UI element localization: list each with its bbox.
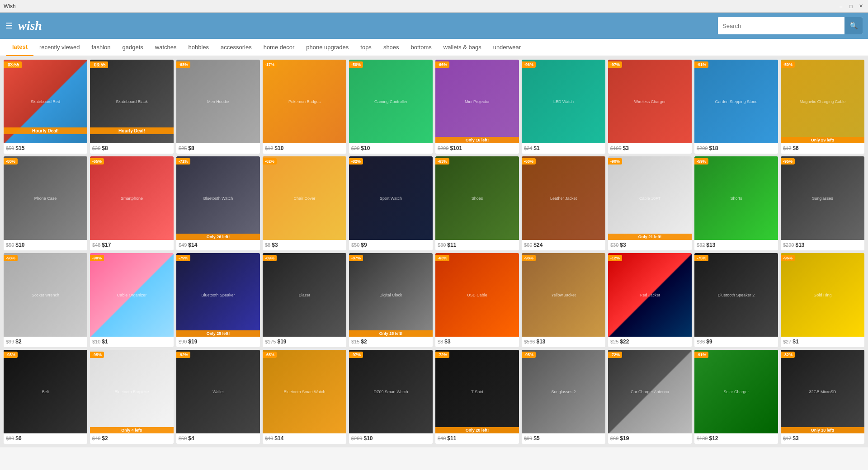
product-price: $40$14 (265, 435, 344, 442)
product-card[interactable]: Cable Organizer-90%$10$1 (90, 253, 174, 347)
sale-price: $8 (102, 145, 108, 151)
sale-price: $1 (102, 338, 108, 345)
product-card[interactable]: Socket Wrench-98%$99$2 (4, 253, 87, 347)
product-price: $8$3 (438, 338, 517, 345)
nav-item-tops[interactable]: tops (354, 39, 377, 56)
product-card[interactable]: Bluetooth Earpiece-95%Only 4 left!$40$2 (90, 350, 174, 444)
nav-item-home-decor[interactable]: home decor (258, 39, 301, 56)
discount-badge: -95% (781, 158, 795, 164)
original-price: $40 (92, 436, 100, 441)
product-card[interactable]: Pokemon Badges-17%$12$10 (263, 60, 346, 154)
product-card[interactable]: Bluetooth Speaker 2-75%$36$9 (694, 253, 778, 347)
product-card[interactable]: Bluetooth Watch-71%Only 26 left!$49$14 (176, 156, 260, 250)
hourly-deal-label: Hourly Deal! (4, 127, 87, 134)
nav-item-recently-viewed[interactable]: recently viewed (33, 39, 86, 56)
search-button[interactable]: 🔍 (844, 17, 863, 34)
product-card[interactable]: Digital Clock-87%Only 25 left!$15$2 (349, 253, 433, 347)
product-card[interactable]: Solar Charger-91%$139$12 (694, 350, 778, 444)
restore-button[interactable]: □ (847, 3, 854, 10)
product-card[interactable]: Phone Case-80%$50$10 (4, 156, 87, 250)
timer-badge: 03:55 (92, 61, 108, 68)
product-info: $24$1 (522, 143, 605, 154)
product-card[interactable]: Magnetic Charging Cable-50%Only 29 left!… (781, 60, 864, 154)
product-info: $99$5 (522, 433, 605, 444)
sale-price: $14 (188, 242, 197, 248)
product-card[interactable]: Yellow Jacket-98%$566$13 (522, 253, 605, 347)
discount-badge: -93% (4, 352, 18, 358)
discount-badge: -68% (176, 61, 190, 68)
product-info: $10$1 (90, 337, 174, 347)
product-card[interactable]: USB Cable-63%$8$3 (435, 253, 519, 347)
product-card[interactable]: Wallet-92%$50$4 (176, 350, 260, 444)
limited-stock-badge: Only 4 left! (90, 427, 174, 433)
product-card[interactable]: Car Charger Antenna-72%$69$19 (608, 350, 692, 444)
product-price: $566$13 (524, 338, 603, 345)
product-price: $12$10 (265, 145, 344, 151)
product-card[interactable]: Skateboard Black-73%03:55Hourly Deal!$30… (90, 60, 174, 154)
product-card[interactable]: Blazer-89%$175$19 (263, 253, 346, 347)
nav-item-fashion[interactable]: fashion (86, 39, 117, 56)
product-info: $32$13 (694, 240, 778, 250)
product-price: $50$9 (351, 242, 430, 248)
original-price: $10 (92, 339, 100, 344)
original-price: $17 (783, 436, 791, 441)
product-card[interactable]: Sunglasses 2-95%$99$5 (522, 350, 605, 444)
product-card[interactable]: Sport Watch-82%$50$9 (349, 156, 433, 250)
minimize-button[interactable]: – (837, 3, 844, 10)
product-card[interactable]: DZ09 Smart Watch-97%$299$10 (349, 350, 433, 444)
nav-item-wallets-bags[interactable]: wallets & bags (438, 39, 487, 56)
limited-stock-badge: Only 21 left! (608, 234, 692, 240)
limited-stock-badge: Only 18 left! (781, 427, 864, 433)
product-card[interactable]: Red Jacket-12%$25$22 (608, 253, 692, 347)
product-card[interactable]: Skateboard Red-75%03:55Hourly Deal!$59$1… (4, 60, 87, 154)
product-card[interactable]: Men Hoodie-68%$25$8 (176, 60, 260, 154)
logo[interactable]: wish (18, 19, 42, 33)
product-card[interactable]: T-Shirt-72%Only 20 left!$40$11 (435, 350, 519, 444)
product-card[interactable]: Leather Jacket-60%$60$24 (522, 156, 605, 250)
nav-item-accessories[interactable]: accessories (215, 39, 258, 56)
original-price: $8 (438, 339, 443, 344)
nav-item-underwear[interactable]: underwear (487, 39, 527, 56)
nav-item-shoes[interactable]: shoes (377, 39, 405, 56)
product-card[interactable]: 32GB MicroSD-82%Only 18 left!$17$3 (781, 350, 864, 444)
nav-item-watches[interactable]: watches (149, 39, 183, 56)
titlebar-controls: – □ ✕ (837, 3, 864, 10)
product-card[interactable]: Chair Cover-62%$8$3 (263, 156, 346, 250)
sale-price: $11 (447, 435, 456, 442)
product-price: $99$5 (524, 435, 603, 442)
product-card[interactable]: Gold Ring-96%$27$1 (781, 253, 864, 347)
product-info: $40$14 (263, 433, 346, 444)
nav-item-phone-upgrades[interactable]: phone upgrades (300, 39, 354, 56)
product-card[interactable]: Garden Stepping Stone-91%$200$18 (694, 60, 778, 154)
product-price: $30$8 (92, 145, 171, 151)
product-card[interactable]: Smartphone-65%$48$17 (90, 156, 174, 250)
product-card[interactable]: Bluetooth Speaker-79%Only 25 left!$90$19 (176, 253, 260, 347)
discount-badge: -72% (608, 352, 622, 358)
menu-icon[interactable]: ☰ (5, 21, 13, 31)
discount-badge: -91% (694, 352, 708, 358)
product-card[interactable]: Gaming Controller-50%$20$10 (349, 60, 433, 154)
product-card[interactable]: Shorts-59%$32$13 (694, 156, 778, 250)
product-card[interactable]: Belt-93%$80$6 (4, 350, 87, 444)
product-price: $175$19 (265, 338, 344, 345)
close-button[interactable]: ✕ (857, 3, 864, 10)
nav-item-gadgets[interactable]: gadgets (117, 39, 149, 56)
product-info: $8$3 (263, 240, 346, 250)
hourly-deal-label: Hourly Deal! (90, 127, 174, 134)
nav-item-hobbies[interactable]: hobbies (182, 39, 215, 56)
search-input[interactable] (718, 17, 844, 34)
product-card[interactable]: Sunglasses-95%$290$13 (781, 156, 864, 250)
product-card[interactable]: LED Watch-96%$24$1 (522, 60, 605, 154)
discount-badge: -87% (349, 255, 363, 261)
product-price: $40$2 (92, 435, 171, 442)
product-card[interactable]: Mini Projector-66%Only 16 left!$299$101 (435, 60, 519, 154)
original-price: $20 (351, 146, 359, 151)
product-card[interactable]: Wireless Charger-97%$105$3 (608, 60, 692, 154)
product-card[interactable]: Shoes-63%$30$11 (435, 156, 519, 250)
product-card[interactable]: Bluetooth Smart Watch-65%$40$14 (263, 350, 346, 444)
product-card[interactable]: Cable 10FT-90%Only 21 left!$30$3 (608, 156, 692, 250)
nav-item-latest[interactable]: latest (6, 39, 33, 56)
nav-item-bottoms[interactable]: bottoms (405, 39, 438, 56)
product-grid: Skateboard Red-75%03:55Hourly Deal!$59$1… (0, 56, 868, 447)
product-price: $30$3 (610, 242, 689, 248)
